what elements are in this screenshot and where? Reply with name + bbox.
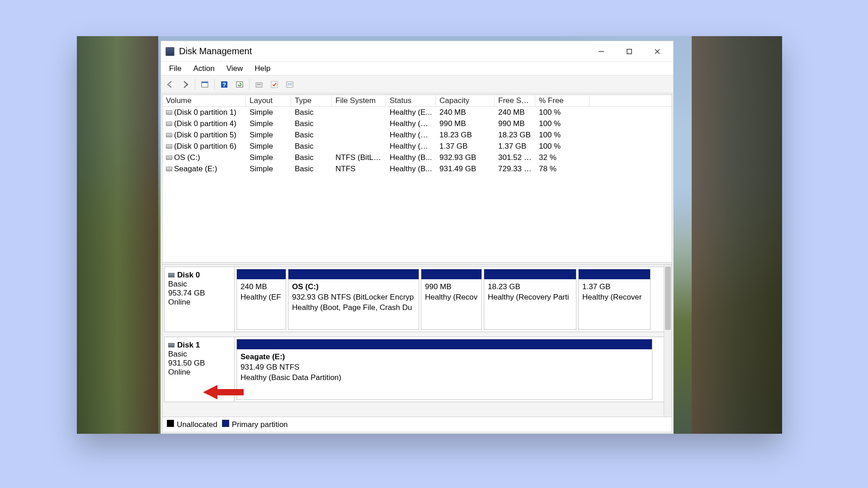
vertical-scrollbar[interactable] — [664, 265, 672, 417]
maximize-button[interactable] — [615, 41, 643, 62]
partition-stripe — [237, 269, 286, 279]
disk-graphic-pane[interactable]: Disk 0Basic953.74 GBOnline240 MBHealthy … — [162, 265, 672, 432]
svg-text:?: ? — [222, 81, 226, 88]
cell-capacity: 240 MB — [436, 108, 495, 117]
cell-capacity: 1.37 GB — [436, 142, 495, 151]
cell-layout: Simple — [246, 153, 291, 162]
check-icon — [270, 80, 279, 89]
volume-icon — [166, 155, 172, 160]
volume-row[interactable]: Seagate (E:)SimpleBasicNTFSHealthy (B...… — [162, 163, 672, 174]
svg-rect-1 — [627, 49, 632, 54]
col-filesystem[interactable]: File System — [332, 95, 386, 106]
volume-name: (Disk 0 partition 4) — [174, 119, 236, 128]
partition-status: Healthy (Recov — [425, 292, 478, 303]
partition-status: Healthy (Basic Data Partition) — [241, 373, 648, 383]
panel-icon — [200, 80, 209, 89]
partition[interactable]: 18.23 GBHealthy (Recovery Parti — [484, 269, 576, 330]
refresh-button[interactable] — [232, 78, 247, 91]
cell-layout: Simple — [246, 119, 291, 128]
cell-type: Basic — [291, 108, 332, 117]
partition-status: Healthy (Recovery Parti — [488, 292, 572, 303]
partition-size: 18.23 GB — [488, 282, 572, 292]
cell-capacity: 18.23 GB — [436, 131, 495, 140]
partition[interactable]: OS (C:)932.93 GB NTFS (BitLocker EncrypH… — [288, 269, 419, 330]
volume-icon — [166, 122, 172, 126]
cell-filesystem: NTFS (BitLo... — [332, 153, 386, 162]
disk-type: Basic — [168, 350, 231, 359]
volume-row[interactable]: OS (C:)SimpleBasicNTFS (BitLo...Healthy … — [162, 152, 672, 163]
partition-size: 931.49 GB NTFS — [241, 362, 648, 373]
settings-button[interactable] — [252, 78, 266, 91]
cell-percent: 100 % — [535, 142, 590, 151]
col-percent-free[interactable]: % Free — [535, 95, 590, 106]
svg-rect-12 — [287, 82, 293, 87]
partition[interactable]: 990 MBHealthy (Recov — [421, 269, 482, 330]
cell-layout: Simple — [246, 164, 291, 174]
svg-rect-8 — [236, 82, 243, 87]
disk-row[interactable]: Disk 0Basic953.74 GBOnline240 MBHealthy … — [164, 267, 665, 332]
partition-size: 932.93 GB NTFS (BitLocker Encryp — [292, 292, 415, 303]
back-button[interactable] — [163, 78, 177, 91]
volume-row[interactable]: (Disk 0 partition 4)SimpleBasicHealthy (… — [162, 118, 672, 129]
disk-partitions: 240 MBHealthy (EFOS (C:)932.93 GB NTFS (… — [235, 267, 664, 332]
content-area: Volume Layout Type File System Status Ca… — [162, 94, 672, 432]
disk-icon — [168, 273, 175, 277]
partition-status: Healthy (Boot, Page File, Crash Du — [292, 303, 415, 313]
cell-free: 1.37 GB — [495, 142, 535, 151]
disk-info[interactable]: Disk 1Basic931.50 GBOnline — [165, 337, 235, 402]
minimize-button[interactable] — [587, 41, 615, 62]
wallpaper-detail — [77, 36, 158, 434]
toolbar-separator — [249, 79, 250, 90]
legend-unallocated: Unallocated — [177, 420, 217, 429]
cell-type: Basic — [291, 119, 332, 128]
disk-row[interactable]: Disk 1Basic931.50 GBOnlineSeagate (E:)93… — [164, 337, 665, 402]
menubar: File Action View Help — [161, 62, 673, 75]
partition[interactable]: 240 MBHealthy (EF — [236, 269, 286, 330]
col-volume[interactable]: Volume — [162, 95, 246, 106]
col-free-space[interactable]: Free Sp... — [495, 95, 535, 106]
col-capacity[interactable]: Capacity — [436, 95, 495, 106]
forward-button[interactable] — [178, 78, 193, 91]
volume-row[interactable]: (Disk 0 partition 1)SimpleBasicHealthy (… — [162, 107, 672, 118]
close-button[interactable] — [643, 41, 671, 62]
partition-size: 990 MB — [425, 282, 478, 292]
maximize-icon — [626, 48, 632, 55]
disk-icon — [168, 343, 175, 347]
menu-file[interactable]: File — [164, 62, 187, 75]
col-type[interactable]: Type — [291, 95, 332, 106]
window-title: Disk Management — [179, 46, 252, 56]
cell-type: Basic — [291, 131, 332, 140]
disk-name: Disk 1 — [177, 341, 200, 349]
refresh-icon — [235, 80, 244, 89]
partition[interactable]: Seagate (E:)931.49 GB NTFSHealthy (Basic… — [236, 339, 652, 400]
cell-free: 240 MB — [495, 108, 535, 117]
disk-info[interactable]: Disk 0Basic953.74 GBOnline — [165, 267, 235, 332]
titlebar[interactable]: Disk Management — [161, 41, 673, 62]
menu-help[interactable]: Help — [249, 62, 276, 75]
volume-name: (Disk 0 partition 6) — [174, 142, 236, 150]
help-button[interactable]: ? — [217, 78, 231, 91]
menu-view[interactable]: View — [221, 62, 249, 75]
disk-name: Disk 0 — [177, 271, 200, 279]
scrollbar-thumb[interactable] — [665, 267, 671, 330]
col-status[interactable]: Status — [386, 95, 436, 106]
cell-layout: Simple — [246, 108, 291, 117]
volume-row[interactable]: (Disk 0 partition 6)SimpleBasicHealthy (… — [162, 141, 672, 152]
disk-partitions: Seagate (E:)931.49 GB NTFSHealthy (Basic… — [235, 337, 664, 402]
arrow-right-icon — [181, 80, 190, 89]
show-hide-tree-button[interactable] — [198, 78, 212, 91]
table-header: Volume Layout Type File System Status Ca… — [162, 95, 672, 107]
partition[interactable]: 1.37 GBHealthy (Recover — [578, 269, 651, 330]
col-layout[interactable]: Layout — [246, 95, 291, 106]
action-button[interactable] — [267, 78, 282, 91]
volume-row[interactable]: (Disk 0 partition 5)SimpleBasicHealthy (… — [162, 129, 672, 141]
list-button[interactable] — [283, 78, 297, 91]
menu-action[interactable]: Action — [188, 62, 220, 75]
volume-list-pane[interactable]: Volume Layout Type File System Status Ca… — [162, 95, 672, 262]
properties-icon — [255, 80, 264, 89]
volume-icon — [166, 167, 172, 171]
partition-stripe — [421, 269, 481, 279]
cell-capacity: 932.93 GB — [436, 153, 495, 162]
legend-primary: Primary partition — [232, 420, 288, 429]
cell-free: 18.23 GB — [495, 131, 535, 140]
